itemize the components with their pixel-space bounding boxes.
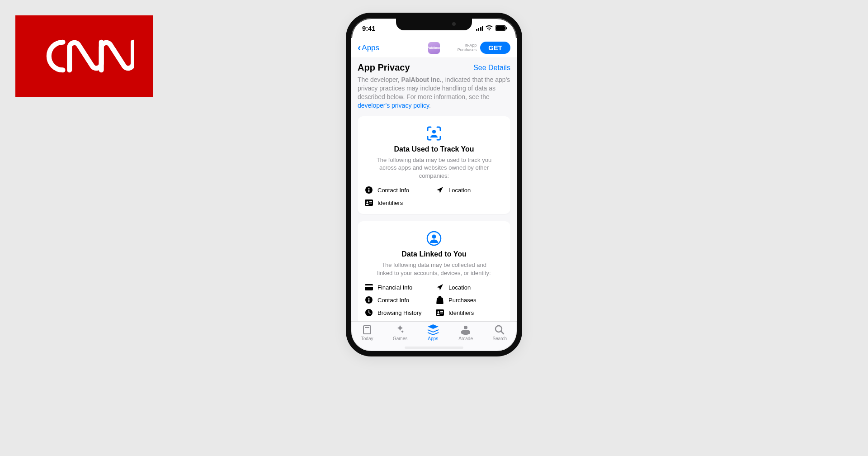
svg-rect-14: [368, 299, 369, 302]
svg-point-22: [464, 326, 467, 329]
data-item: Identifiers: [365, 199, 432, 207]
tab-search[interactable]: Search: [493, 324, 507, 341]
idcard-icon: [436, 309, 444, 317]
data-item: Contact Info: [365, 296, 432, 304]
svg-point-17: [438, 311, 439, 313]
idcard-icon: [365, 199, 373, 207]
privacy-description: The developer, PalAbout Inc., indicated …: [358, 76, 510, 110]
app-icon[interactable]: PalAbout: [428, 42, 440, 54]
battery-icon: [495, 25, 506, 31]
data-item-label: Purchases: [448, 297, 476, 304]
data-item-label: Contact Info: [377, 187, 409, 194]
bag-icon: [436, 296, 444, 304]
clock-icon: [365, 309, 373, 317]
tab-label: Today: [361, 336, 373, 341]
data-item: Contact Info: [365, 186, 432, 194]
see-details-link[interactable]: See Details: [473, 64, 510, 72]
data-list-linked: Financial InfoLocationContact InfoPurcha…: [365, 283, 503, 317]
data-item-label: Location: [448, 284, 471, 291]
data-item-label: Contact Info: [377, 297, 409, 304]
tab-label: Arcade: [458, 336, 473, 341]
notch: [396, 18, 472, 30]
tab-arcade[interactable]: Arcade: [458, 324, 473, 341]
wifi-icon: [486, 25, 493, 31]
arcade-icon: [460, 324, 471, 335]
svg-point-5: [367, 201, 368, 203]
card-title: Data Used to Track You: [365, 145, 503, 153]
data-item: Purchases: [436, 296, 503, 304]
data-item: Browsing History: [365, 309, 432, 317]
svg-point-9: [432, 235, 436, 239]
card-title: Data Linked to You: [365, 250, 503, 258]
tab-today[interactable]: Today: [361, 324, 373, 341]
card-description: The following data may be collected and …: [375, 261, 493, 277]
data-item-label: Location: [448, 187, 471, 194]
data-item-label: Identifiers: [377, 200, 403, 206]
card-data-linked-to-you: Data Linked to You The following data ma…: [358, 221, 510, 321]
svg-rect-19: [440, 313, 443, 314]
nav-header: ‹ Apps PalAbout In-App Purchases GET: [351, 38, 517, 58]
svg-rect-7: [369, 203, 372, 204]
today-icon: [362, 324, 373, 335]
nav-icon: [436, 283, 444, 291]
data-item: Financial Info: [365, 283, 432, 291]
svg-rect-6: [369, 201, 372, 202]
search-icon: [494, 324, 505, 335]
signal-icon: [476, 26, 484, 31]
phone-frame: 9:41 ‹ Apps PalAbout In-App Purchases: [346, 13, 522, 356]
card-description: The following data may be used to track …: [375, 156, 493, 180]
data-list-track: Contact InfoLocationIdentifiers: [365, 186, 503, 207]
page-title: App Privacy: [358, 62, 410, 73]
data-item: Location: [436, 186, 503, 194]
data-item: Identifiers: [436, 309, 503, 317]
tab-apps[interactable]: Apps: [427, 324, 439, 341]
svg-point-2: [368, 188, 370, 189]
in-app-purchases-label: In-App Purchases: [458, 43, 477, 52]
developer-privacy-policy-link[interactable]: developer's privacy policy: [358, 102, 429, 109]
cnn-logo-icon: [34, 33, 134, 80]
cnn-logo: [15, 15, 153, 97]
chevron-left-icon: ‹: [358, 43, 361, 53]
svg-rect-21: [365, 327, 369, 328]
tab-label: Games: [393, 336, 407, 341]
svg-rect-11: [365, 285, 373, 287]
tracking-icon: [365, 125, 503, 142]
apps-icon: [427, 324, 439, 335]
svg-rect-3: [368, 190, 369, 192]
phone-mockup: 9:41 ‹ Apps PalAbout In-App Purchases: [346, 13, 522, 356]
card-icon: [365, 283, 373, 291]
linked-icon: [365, 230, 503, 247]
svg-point-13: [368, 298, 370, 299]
status-time: 9:41: [362, 24, 375, 32]
content-area: App Privacy See Details The developer, P…: [351, 58, 517, 321]
svg-rect-18: [440, 311, 443, 312]
get-button[interactable]: GET: [480, 42, 510, 54]
back-label: Apps: [362, 43, 379, 52]
tab-label: Apps: [428, 336, 438, 341]
games-icon: [395, 324, 406, 335]
data-item-label: Browsing History: [377, 309, 422, 316]
svg-rect-20: [363, 326, 371, 334]
svg-rect-10: [365, 284, 373, 290]
info-icon: [365, 186, 373, 194]
svg-point-0: [432, 130, 436, 133]
data-item: Location: [436, 283, 503, 291]
tab-bar: TodayGamesAppsArcadeSearch: [351, 321, 517, 351]
data-item-label: Financial Info: [377, 284, 412, 291]
tab-games[interactable]: Games: [393, 324, 407, 341]
card-data-used-to-track: Data Used to Track You The following dat…: [358, 116, 510, 214]
back-button[interactable]: ‹ Apps: [358, 43, 379, 53]
info-icon: [365, 296, 373, 304]
nav-icon: [436, 186, 444, 194]
svg-line-24: [501, 331, 504, 334]
data-item-label: Identifiers: [448, 309, 474, 316]
tab-label: Search: [493, 336, 507, 341]
